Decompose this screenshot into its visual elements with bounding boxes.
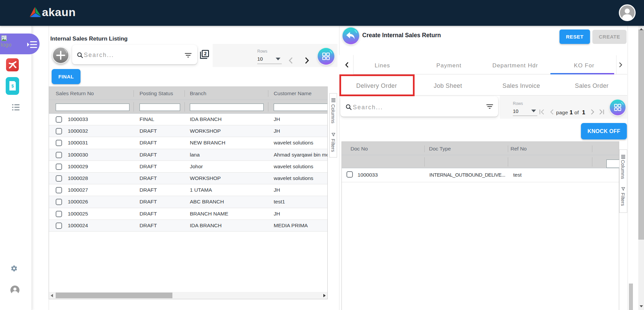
svg-text:$: $ [11, 83, 14, 88]
svg-text:2: 2 [204, 51, 207, 56]
